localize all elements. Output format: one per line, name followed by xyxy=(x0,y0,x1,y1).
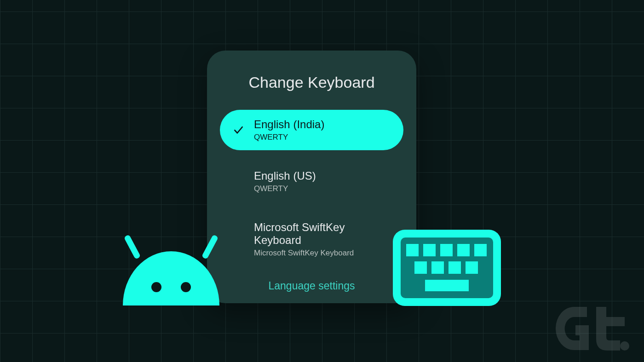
svg-point-2 xyxy=(151,282,161,292)
option-sublabel: Microsoft SwiftKey Keyboard xyxy=(254,249,392,258)
option-label: English (US) xyxy=(254,170,392,183)
svg-rect-9 xyxy=(457,244,470,256)
svg-rect-10 xyxy=(474,244,487,256)
svg-rect-7 xyxy=(423,244,436,256)
keyboard-option-english-india[interactable]: English (India) QWERTY xyxy=(220,110,403,150)
option-text: Microsoft SwiftKey Keyboard Microsoft Sw… xyxy=(254,221,392,258)
option-sublabel: QWERTY xyxy=(254,133,392,142)
option-text: English (India) QWERTY xyxy=(254,118,392,142)
gt-logo xyxy=(556,307,629,351)
svg-rect-8 xyxy=(440,244,453,256)
option-text: English (US) QWERTY xyxy=(254,170,392,193)
dialog-title: Change Keyboard xyxy=(220,74,403,91)
svg-rect-1 xyxy=(201,234,218,260)
svg-rect-15 xyxy=(425,280,469,291)
svg-point-3 xyxy=(181,282,191,292)
svg-rect-13 xyxy=(448,261,461,274)
keyboard-icon xyxy=(393,230,501,306)
svg-point-16 xyxy=(620,341,629,351)
keyboard-option-english-us[interactable]: English (US) QWERTY xyxy=(220,161,403,202)
option-label: Microsoft SwiftKey Keyboard xyxy=(254,221,392,248)
option-sublabel: QWERTY xyxy=(254,184,392,193)
svg-rect-11 xyxy=(414,261,427,274)
svg-rect-14 xyxy=(466,261,478,274)
option-label: English (India) xyxy=(254,118,392,131)
language-settings-link[interactable]: Language settings xyxy=(220,280,403,292)
svg-rect-12 xyxy=(431,261,444,274)
svg-rect-0 xyxy=(124,234,141,260)
keyboard-option-swiftkey[interactable]: Microsoft SwiftKey Keyboard Microsoft Sw… xyxy=(220,213,403,266)
svg-rect-6 xyxy=(406,244,419,256)
android-icon xyxy=(121,232,222,305)
check-icon xyxy=(231,124,246,136)
change-keyboard-dialog: Change Keyboard English (India) QWERTY E… xyxy=(207,51,416,303)
